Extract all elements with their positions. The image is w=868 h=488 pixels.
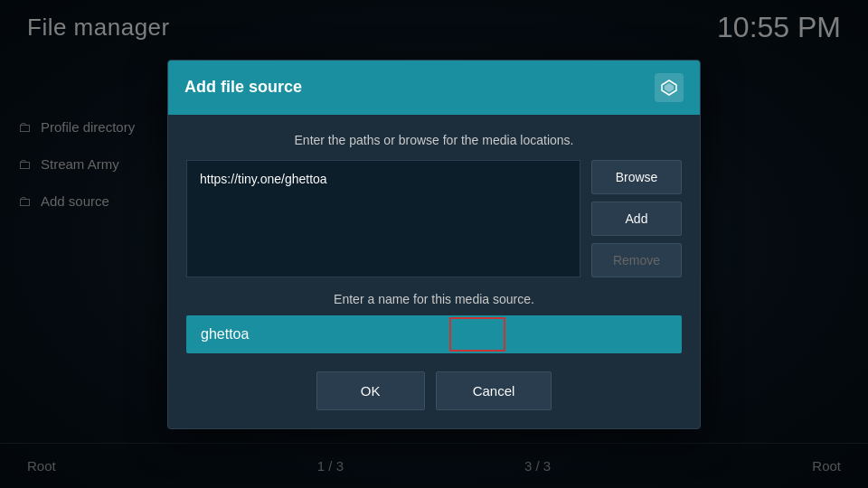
name-input-wrapper: [186, 315, 682, 353]
remove-button[interactable]: Remove: [591, 243, 682, 277]
modal-overlay: Add file source Enter the paths or brows…: [0, 0, 868, 488]
dialog-add-file-source: Add file source Enter the paths or brows…: [167, 60, 701, 429]
browse-button[interactable]: Browse: [591, 160, 682, 194]
add-button[interactable]: Add: [591, 202, 682, 236]
name-input[interactable]: [186, 315, 682, 353]
dialog-content-row: https://tiny.one/ghettoa Browse Add Remo…: [186, 160, 682, 277]
ok-button[interactable]: OK: [316, 371, 425, 410]
dialog-header: Add file source: [168, 61, 700, 115]
action-buttons: Browse Add Remove: [591, 160, 682, 277]
dialog-footer-buttons: OK Cancel: [186, 371, 682, 410]
path-box[interactable]: https://tiny.one/ghettoa: [186, 160, 580, 277]
svg-marker-1: [665, 83, 674, 92]
dialog-instruction: Enter the paths or browse for the media …: [186, 133, 682, 147]
dialog-body: Enter the paths or browse for the media …: [168, 115, 700, 428]
dialog-title: Add file source: [184, 78, 302, 97]
kodi-icon: [655, 73, 684, 102]
kodi-logo-svg: [660, 79, 678, 97]
path-value: https://tiny.one/ghettoa: [200, 172, 327, 186]
cancel-button[interactable]: Cancel: [436, 371, 552, 410]
name-instruction: Enter a name for this media source.: [186, 292, 682, 306]
